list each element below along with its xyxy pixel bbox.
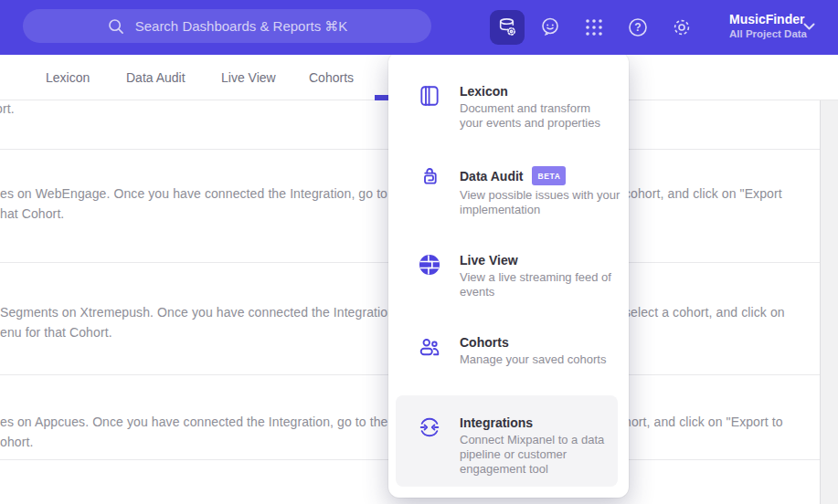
menu-item-description: View a live streaming feed of events [460,270,611,299]
search-placeholder: Search Dashboards & Reports ⌘K [135,18,348,35]
menu-item-title: Data Audit [460,169,523,184]
menu-item-title: Integrations [460,415,533,430]
search-icon [107,17,125,36]
project-subtitle: All Project Data [729,27,807,41]
integration-row-webengage-line1: es on WebEngage. Once you have connected… [0,186,409,201]
svg-text:?: ? [634,21,641,34]
menu-item-title: Live View [460,253,518,268]
integration-row-appcues-line1: es on Appcues. Once you have connected t… [0,415,402,429]
integration-row-webengage-line1-right: cohort, and click on "Export [624,186,782,201]
feedback-smiley-icon [539,16,561,38]
integration-row-xtremepush-line1-right: select a cohort, and click on [624,305,785,320]
menu-item-description: View possible issues with your implement… [460,188,620,217]
menu-item-description: Document and transform your events and p… [460,101,600,131]
database-gear-icon [496,16,518,38]
menu-item-title: Lexicon [460,84,508,99]
cohorts-people-icon [418,335,441,359]
tab-data-audit[interactable]: Data Audit [126,55,186,100]
beta-badge: BETA [532,166,566,185]
scroll-gutter [820,100,838,504]
menu-item-integrations[interactable]: Integrations Connect Mixpanel to a data … [396,395,618,487]
data-audit-icon [418,166,441,190]
tab-cohorts[interactable]: Cohorts [309,55,354,100]
menu-item-live-view[interactable]: Live View View a live streaming feed of … [418,253,611,299]
global-search-input[interactable]: Search Dashboards & Reports ⌘K [23,9,431,43]
menu-item-data-audit[interactable]: Data Audit BETA View possible issues wit… [418,166,620,217]
gear-icon [671,16,693,38]
feedback-button[interactable] [539,16,561,38]
help-button[interactable]: ? [627,16,649,38]
help-icon: ? [627,16,649,38]
apps-grid-button[interactable] [583,16,605,38]
apps-grid-icon [584,17,604,37]
menu-item-description: Manage your saved cohorts [460,352,606,367]
project-name: MusicFinder [729,11,807,27]
data-management-button[interactable] [490,10,525,45]
settings-button[interactable] [671,16,693,38]
tab-lexicon[interactable]: Lexicon [46,55,90,100]
menu-item-description: Connect Mixpanel to a data pipeline or c… [460,433,604,477]
live-view-globe-icon [418,253,441,277]
integration-row-xtremepush-line2: enu for that Cohort. [0,325,112,340]
lexicon-book-icon [418,84,441,108]
integration-row-text-tail: ort. [0,101,15,116]
integration-row-xtremepush-line1: Segments on Xtremepush. Once you have co… [0,305,398,320]
chevron-down-icon [803,23,815,31]
menu-item-cohorts[interactable]: Cohorts Manage your saved cohorts [418,335,606,367]
integration-row-webengage-line2: hat Cohort. [0,206,64,221]
mixpanel-app-window: Lexicon Data Audit Live View Cohorts ort… [0,0,838,504]
project-switcher[interactable]: MusicFinder All Project Data [729,11,807,41]
menu-item-lexicon[interactable]: Lexicon Document and transform your even… [418,84,600,131]
integration-row-appcues-line1-right: hort, and click on "Export to [624,415,783,429]
tab-live-view[interactable]: Live View [221,55,276,100]
top-nav-bar: Search Dashboards & Reports ⌘K [0,0,838,55]
integration-row-appcues-line2: ohort. [0,435,33,449]
data-management-menu: Lexicon Document and transform your even… [388,52,629,498]
integrations-sync-icon [418,415,441,439]
menu-item-title: Cohorts [460,335,509,350]
